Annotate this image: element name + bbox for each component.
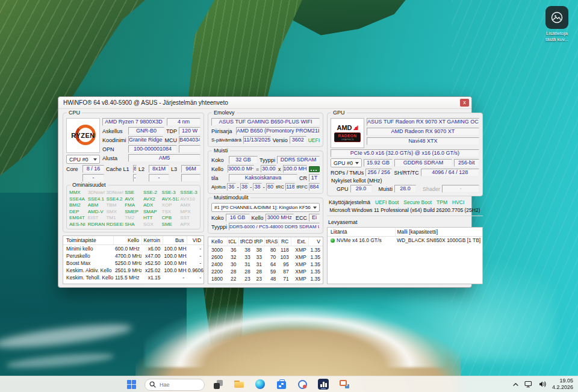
- bios-date-field: 11/13/2025: [243, 136, 271, 144]
- empty-field: [181, 174, 200, 182]
- gpu-name-field: AMD Radeon RX 9070 XT: [367, 128, 479, 135]
- mem-table-row: 2600323333 70103XMP1.35: [208, 254, 323, 261]
- timing-field: 36: [227, 183, 236, 191]
- op-table-row: Boost Max5250.0 MHzx52.50100.0 MHz-: [63, 260, 204, 267]
- motherboard-model-field: ASUS TUF GAMING B650-PLUS WIFI: [211, 118, 320, 126]
- ethernet-icon: [524, 381, 533, 388]
- close-button[interactable]: x: [460, 99, 469, 107]
- store-icon: [277, 381, 286, 389]
- cpu-name-field: AMD Ryzen 7 9800X3D: [102, 118, 165, 126]
- cpu-feature-flag: TSX: [162, 209, 179, 215]
- cpu-feature-flag: SMAP: [143, 209, 161, 215]
- tray-date: 4.2.2026: [552, 384, 573, 391]
- mem-table-header: Kello: [208, 237, 227, 246]
- trfc-label: tRFC: [296, 184, 308, 190]
- chipset-field: AMD B650 (Promontory PROM21L.1): [236, 127, 320, 135]
- platform-field: AM5: [128, 154, 200, 162]
- taskbar-search[interactable]: [144, 378, 205, 390]
- memory-size-field: 32 GB: [229, 156, 258, 164]
- wallpaper-ridge: [283, 0, 409, 37]
- rops-tmus-field: 256 / 256: [365, 169, 392, 176]
- ram-icon: [309, 166, 320, 172]
- shader-clock-label: Shader: [423, 186, 440, 192]
- mcu-label: MCU: [165, 137, 178, 143]
- wallpaper-surf: [144, 304, 446, 367]
- module-clock-field: 3000 MHz: [266, 214, 294, 222]
- mcu-field: B404034: [179, 136, 200, 144]
- op-table-row: Keskim. Teholl. Kello115.5 MHzx1.15--: [63, 274, 204, 281]
- cpu-group-title: CPU: [67, 110, 82, 116]
- hwinfo-taskbar-button[interactable]: [315, 377, 331, 391]
- chevron-down-icon: [93, 158, 97, 161]
- cpu-selector[interactable]: CPU #0: [66, 155, 100, 164]
- timing-field: 38: [240, 183, 249, 191]
- drives-header-interface: Liitäntä: [328, 228, 396, 237]
- cpu-feature-flag: AVX10: [180, 196, 197, 202]
- cpu-feature-flag: SSSE-3: [180, 190, 197, 196]
- task-view-icon: [214, 380, 223, 389]
- cpu-feature-flag: SSE4A: [69, 196, 87, 202]
- cpu-feature-flag: RDSEED: [106, 222, 123, 228]
- opn-label: OPN: [102, 146, 126, 152]
- op-table-header: Toimintapiste: [63, 236, 114, 245]
- file-explorer-button[interactable]: [231, 377, 247, 391]
- stepping-field: GNR-B0: [128, 127, 164, 135]
- cpu-feature-flag: AMD-V: [88, 209, 105, 215]
- timing-sep: -: [250, 184, 252, 190]
- store-button[interactable]: [273, 377, 289, 391]
- cpu-feature-flag: DEP: [69, 209, 87, 215]
- cpu-feature-flag: SST: [180, 215, 197, 221]
- gpu-clock-field: 29.0: [350, 185, 372, 193]
- edge-button[interactable]: [252, 377, 268, 391]
- op-table-header: Bus: [163, 236, 187, 245]
- platform-label: Alusta: [102, 155, 126, 161]
- memory-group: Muisti Koko 32 GB Tyyppi DDR5 SDRAM Kell…: [208, 151, 323, 194]
- gpu-memclock-field: 28.0: [394, 185, 416, 193]
- cache-l1-field: 8x32 + 8x48: [133, 165, 137, 173]
- cpu-process-field: 4 nm: [167, 118, 200, 126]
- cpu-feature-flag: 3DNow!-2: [106, 190, 123, 196]
- tray-chevron-button[interactable]: [512, 382, 519, 387]
- timings-label: Ajoitus: [211, 184, 226, 190]
- l3-label: L3: [171, 166, 179, 172]
- cpu-feature-flag: AVX2: [143, 196, 161, 202]
- memory-clock-label: Kello: [211, 166, 226, 172]
- opn-field: 100-000001084: [128, 145, 177, 153]
- cpu-features-group: Ominaisuudet MMX3DNow!3DNow!-2SSESSE-2SS…: [66, 185, 200, 229]
- memory-module-selector[interactable]: #1 [P0 CHANNEL A/DIMM 1]: Kingston KF560…: [211, 203, 320, 212]
- cpu-feature-flag: EIST: [88, 215, 105, 221]
- cr-label: CR: [299, 175, 307, 181]
- chevron-up-icon: [512, 382, 519, 387]
- gpu-memclock-label: Muisti: [379, 186, 393, 192]
- cpu-feature-flag: EM64T: [69, 215, 87, 221]
- hwinfo-sensors-button[interactable]: [337, 377, 352, 391]
- drives-header-model: Malli [kapasiteetti]: [396, 228, 482, 237]
- sh-rt-tc-label: SH/RT/TC: [394, 170, 418, 176]
- mem-table-header: V: [309, 237, 323, 246]
- start-button[interactable]: [123, 377, 139, 391]
- stepping-label: Askellus: [102, 128, 126, 134]
- desktop-icon-spotlight[interactable]: Lisätietoja tästä kuv...: [539, 6, 574, 43]
- volume-button[interactable]: [539, 381, 547, 388]
- ecc-label: ECC: [296, 215, 307, 221]
- paint-icon: [298, 380, 307, 389]
- cpu-feature-flag: SSE: [125, 190, 142, 196]
- memory-multiplier-field: 30.00: [261, 165, 276, 173]
- chipset-label: Piirisarja: [211, 128, 234, 134]
- tpm-flag: TPM: [437, 199, 447, 205]
- hwinfo-icon: [318, 379, 329, 390]
- module-type-field: DDR5-6000 / PC5-48000 DDR5 SDRAM UDIMM: [229, 223, 320, 231]
- core-label: Core: [66, 166, 81, 172]
- window-titlebar[interactable]: HWiNFO® 64 v8.40-5900 @ ASUS - Järjestel…: [58, 97, 471, 109]
- gpu-selector[interactable]: GPU #0: [331, 158, 362, 167]
- paint-button[interactable]: [294, 377, 310, 391]
- current-clocks-label: Nykyiset kellot (MHz): [331, 178, 479, 184]
- mem-table-row: 2200282828 5987XMP1.35: [208, 268, 323, 275]
- os-name: Microsoft Windows 11 Professional (x64) …: [329, 207, 481, 213]
- tray-clock[interactable]: 19.05 4.2.2026: [552, 378, 573, 391]
- network-button[interactable]: [524, 381, 533, 388]
- mem-table-header: tCL: [227, 237, 238, 246]
- task-view-button[interactable]: [210, 377, 226, 391]
- l2-label: L2: [138, 166, 147, 172]
- cpu-feature-flag: CPB: [162, 215, 179, 221]
